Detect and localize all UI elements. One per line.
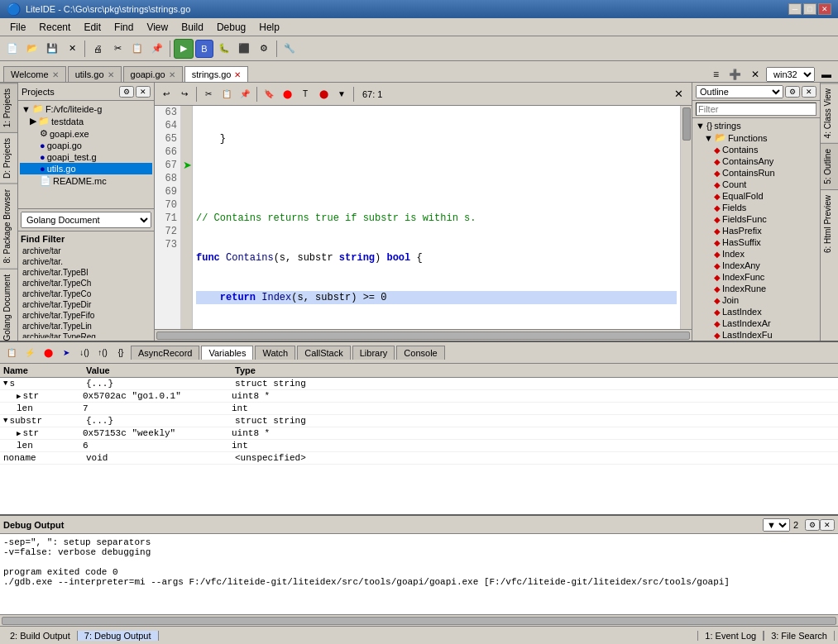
dbg-btn6[interactable]: ↑() <box>94 345 111 361</box>
tree-goapi-go[interactable]: ● goapi.go <box>20 140 152 151</box>
outline-strings-root[interactable]: ▼ {} strings <box>694 120 818 131</box>
ed-bookmark[interactable]: 🔖 <box>261 86 277 103</box>
ed-cut[interactable]: ✂ <box>200 86 217 103</box>
vtab-d-projects[interactable]: D: Projects <box>0 132 17 184</box>
outline-HasSuffix[interactable]: ◆ HasSuffix <box>694 236 818 248</box>
outline-Count[interactable]: ◆ Count <box>694 179 818 190</box>
var-row-substr-len[interactable]: len 6 int <box>0 440 838 452</box>
find-item-0[interactable]: archive/tar <box>21 246 151 256</box>
expand-s-icon[interactable]: ▼ <box>3 379 7 388</box>
dbg-btn4[interactable]: ➤ <box>58 345 74 361</box>
menu-edit[interactable]: Edit <box>77 20 108 35</box>
status-event-log[interactable]: 1: Event Log <box>697 631 764 641</box>
outline-IndexFunc[interactable]: ◆ IndexFunc <box>694 271 818 283</box>
outline-IndexAny[interactable]: ◆ IndexAny <box>694 260 818 271</box>
var-row-s-str[interactable]: ▶ str 0x5702ac "go1.0.1" uint8 * <box>0 390 838 403</box>
golang-doc-select[interactable]: Golang Document <box>21 212 151 228</box>
dbg-btn5[interactable]: ↓() <box>76 345 93 361</box>
menu-file[interactable]: File <box>3 20 32 35</box>
debug-out-settings[interactable]: ⚙ <box>805 519 820 531</box>
print-button[interactable]: 🖨 <box>89 40 107 58</box>
outline-EqualFold[interactable]: ◆ EqualFold <box>694 190 818 202</box>
dbg-btn2[interactable]: ⚡ <box>22 345 38 361</box>
tab-asyncrecord[interactable]: AsyncRecord <box>131 346 199 360</box>
outline-FieldsFunc[interactable]: ◆ FieldsFunc <box>694 213 818 225</box>
dbg-btn7[interactable]: {} <box>113 345 129 361</box>
var-row-noname[interactable]: noname void <unspecified> <box>0 452 838 465</box>
vtab-golang-doc[interactable]: 9: Golang Document <box>0 269 17 341</box>
debug-hscroll[interactable] <box>0 614 838 626</box>
outline-LastIndexAr[interactable]: ◆ LastIndexAr <box>694 317 818 329</box>
hscroll-thumb[interactable] <box>156 332 690 340</box>
tree-goapi-exe[interactable]: ⚙ goapi.exe <box>20 127 152 140</box>
cut-button[interactable]: ✂ <box>108 40 127 58</box>
tree-utils-go[interactable]: ● utils.go <box>20 163 152 174</box>
tree-readme[interactable]: 📄 README.mc <box>20 174 152 187</box>
find-item-4[interactable]: archive/tar.TypeCo <box>21 289 151 299</box>
tab-strings-close[interactable]: ✕ <box>234 70 241 79</box>
tab-utils[interactable]: utils.go ✕ <box>68 66 122 82</box>
find-item-7[interactable]: archive/tar.TypeLin <box>21 321 151 332</box>
tree-root[interactable]: ▼ 📁 F:/vfc/liteide-g <box>20 103 152 115</box>
new-button[interactable]: 📄 <box>3 40 22 58</box>
outline-LastIndex[interactable]: ◆ LastIndex <box>694 306 818 317</box>
outline-Contains[interactable]: ◆ Contains <box>694 144 818 155</box>
find-item-2[interactable]: archive/tar.TypeBl <box>21 267 151 278</box>
save-button[interactable]: 💾 <box>43 40 61 58</box>
menu-recent[interactable]: Recent <box>32 20 77 35</box>
dbg-btn1[interactable]: 📋 <box>3 345 20 361</box>
outline-settings[interactable]: ⚙ <box>785 86 800 98</box>
ed-more[interactable]: ▼ <box>333 86 350 103</box>
find-item-3[interactable]: archive/tar.TypeCh <box>21 278 151 289</box>
var-row-substr[interactable]: ▼ substr {...} struct string <box>0 415 838 427</box>
ed-undo[interactable]: ↩ <box>158 86 175 103</box>
debug-output-body[interactable]: -sep=", ": setup separators -v=false: ve… <box>0 534 838 614</box>
menu-build[interactable]: Build <box>175 20 210 35</box>
expand-substr-icon[interactable]: ▼ <box>3 417 7 425</box>
menu-help[interactable]: Help <box>252 20 286 35</box>
outline-functions-group[interactable]: ▼ 📂 Functions <box>694 131 818 144</box>
proj-btn1[interactable]: ⚙ <box>119 86 134 98</box>
proj-btn2[interactable]: ✕ <box>136 86 151 98</box>
vscroll-thumb[interactable] <box>682 107 691 141</box>
code-view[interactable]: } // Contains returns true if substr is … <box>193 106 680 329</box>
tab-extra-btn1[interactable]: ≡ <box>710 69 722 80</box>
platform-extra[interactable]: ▬ <box>818 69 835 80</box>
paste-button[interactable]: 📌 <box>148 40 166 58</box>
find-item-6[interactable]: archive/tar.TypeFifo <box>21 310 151 321</box>
tab-extra-btn3[interactable]: ✕ <box>748 69 763 80</box>
run-button[interactable]: ▶ <box>174 39 194 59</box>
debug-button[interactable]: 🐛 <box>215 40 233 58</box>
status-file-search[interactable]: 3: File Search <box>764 631 835 641</box>
minimize-button[interactable]: ─ <box>788 3 802 15</box>
close-button[interactable]: ✕ <box>818 3 831 15</box>
platform-select[interactable]: win32 linux <box>766 67 815 82</box>
find-item-1[interactable]: archive/tar. <box>21 256 151 267</box>
outline-ContainsRun[interactable]: ◆ ContainsRun <box>694 167 818 179</box>
find-item-8[interactable]: archive/tar.TypeReg <box>21 332 151 338</box>
vtab-projects[interactable]: 1: Projects <box>0 83 17 132</box>
outline-HasPrefix[interactable]: ◆ HasPrefix <box>694 225 818 236</box>
tab-console[interactable]: Console <box>396 346 444 360</box>
tab-strings[interactable]: strings.go ✕ <box>184 66 249 82</box>
var-row-substr-str[interactable]: ▶ str 0x57153c "weekly" uint8 * <box>0 427 838 440</box>
vscrollbar[interactable] <box>680 106 692 329</box>
vtab-html-preview[interactable]: 6: Html Preview <box>821 189 838 258</box>
status-debug-output[interactable]: 7: Debug Output <box>78 631 159 641</box>
find-item-5[interactable]: archive/tar.TypeDir <box>21 299 151 310</box>
outline-IndexRune[interactable]: ◆ IndexRune <box>694 283 818 294</box>
extra-button[interactable]: 🔧 <box>280 40 299 58</box>
tab-goapi[interactable]: goapi.go ✕ <box>123 66 183 82</box>
tab-welcome[interactable]: Welcome ✕ <box>3 66 66 82</box>
copy-button[interactable]: 📋 <box>128 40 146 58</box>
tree-goapi-test[interactable]: ● goapi_test.g <box>20 151 152 163</box>
tab-goapi-close[interactable]: ✕ <box>169 70 175 79</box>
outline-Fields[interactable]: ◆ Fields <box>694 202 818 213</box>
expand-substr-str-icon[interactable]: ▶ <box>17 429 21 438</box>
dbg-btn3[interactable]: ⬤ <box>40 345 56 361</box>
outline-close[interactable]: ✕ <box>802 86 816 98</box>
outline-Index[interactable]: ◆ Index <box>694 248 818 260</box>
status-build-output[interactable]: 2: Build Output <box>3 631 78 641</box>
tab-extra-btn2[interactable]: ➕ <box>725 69 745 80</box>
close-file-button[interactable]: ✕ <box>63 40 81 58</box>
